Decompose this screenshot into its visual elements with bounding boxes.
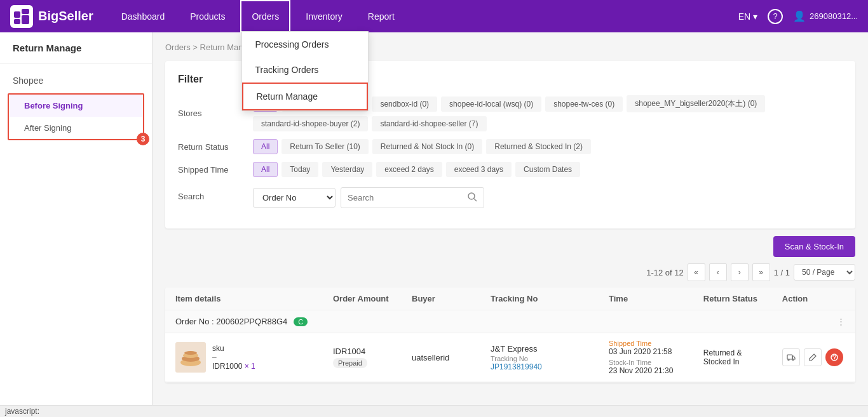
svg-rect-3 xyxy=(14,19,20,24)
shipped-time-filter-row: Shipped Time All Today Yesterday exceed … xyxy=(178,162,843,177)
support-button[interactable] xyxy=(825,348,843,366)
status-returned-not-stocked[interactable]: Returned & Not Stock In (0) xyxy=(372,139,482,154)
dropdown-return-manage[interactable]: Return Manage xyxy=(242,83,368,110)
return-status-value: Returned & Stocked In xyxy=(703,348,782,366)
nav-products[interactable]: Products xyxy=(180,0,235,32)
buyer-cell: uatsellerid xyxy=(412,353,491,362)
pagination-info: 1-12 of 12 xyxy=(646,268,684,277)
store-sendbox[interactable]: sendbox-id (0) xyxy=(372,96,437,112)
time-today[interactable]: Today xyxy=(281,162,318,177)
search-row: Order No Tracking No SKU xyxy=(253,187,484,208)
svg-point-14 xyxy=(834,359,834,360)
sidebar: Return Manage Shopee Before Signing Afte… xyxy=(0,32,153,417)
item-sku: sku xyxy=(212,344,255,353)
svg-line-5 xyxy=(474,199,477,201)
step-3-badge: 3 xyxy=(137,133,149,145)
nav-orders[interactable]: Orders Processing Orders Tracking Orders… xyxy=(240,0,290,32)
first-page-button[interactable]: « xyxy=(688,263,705,281)
store-standard-seller[interactable]: standard-id-shopee-seller (7) xyxy=(372,116,486,131)
sidebar-section: Shopee Before Signing After Signing 3 xyxy=(0,64,152,149)
nav-dashboard[interactable]: Dashboard xyxy=(111,0,175,32)
stockin-time-label: Stock-In Time xyxy=(609,359,703,366)
sidebar-children: Before Signing After Signing 3 xyxy=(8,93,144,140)
per-page-select[interactable]: 50 / Page 100 / Page xyxy=(794,264,855,281)
th-order-amount: Order Amount xyxy=(333,294,412,303)
actions-row: Scan & Stock-In xyxy=(165,236,855,257)
time-exceed-3-days[interactable]: exceed 3 days xyxy=(446,162,512,177)
time-cell: Shipped Time 03 Jun 2020 21:58 Stock-In … xyxy=(609,340,703,375)
scan-stock-in-button[interactable]: Scan & Stock-In xyxy=(773,236,855,257)
svg-point-11 xyxy=(788,359,789,361)
breadcrumb-orders: Orders xyxy=(165,43,191,52)
search-type-select[interactable]: Order No Tracking No SKU xyxy=(253,188,336,208)
store-standard-buyer[interactable]: standard-id-shopee-buyer (2) xyxy=(253,116,368,131)
status-bar: javascript: xyxy=(153,405,868,417)
user-icon: 👤 xyxy=(793,10,806,22)
status-returned-stocked[interactable]: Returned & Stocked In (2) xyxy=(486,139,591,154)
item-price: IDR1000 × 1 xyxy=(212,362,255,371)
search-button[interactable] xyxy=(461,188,484,208)
truck-icon-button[interactable] xyxy=(782,348,800,366)
svg-rect-2 xyxy=(22,15,29,24)
next-page-button[interactable]: › xyxy=(731,263,749,281)
payment-type: Prepaid xyxy=(333,358,367,368)
time-all[interactable]: All xyxy=(253,162,278,177)
store-shopee-tw-ces[interactable]: shopee-tw-ces (0) xyxy=(545,96,623,112)
sidebar-item-shopee[interactable]: Shopee xyxy=(0,70,152,91)
shipped-time-label: Shipped Time xyxy=(178,165,248,175)
page-layout: Return Manage Shopee Before Signing Afte… xyxy=(0,32,868,417)
th-tracking-no: Tracking No xyxy=(491,294,609,303)
item-dash: – xyxy=(212,353,255,362)
store-shopee-my[interactable]: shopee_MY_bigseller2020(本土) (0) xyxy=(627,95,765,112)
tracking-number[interactable]: JP1913819940 xyxy=(491,362,609,371)
carrier-name: J&T Express xyxy=(491,344,609,354)
dropdown-processing-orders[interactable]: Processing Orders xyxy=(242,32,368,57)
shipped-time-options: All Today Yesterday exceed 2 days exceed… xyxy=(253,162,580,177)
th-item-details: Item details xyxy=(175,294,333,303)
search-input-wrap xyxy=(341,187,484,208)
item-details-cell: sku – IDR1000 × 1 xyxy=(175,342,333,373)
item-info: sku – IDR1000 × 1 xyxy=(212,344,255,371)
last-page-button[interactable]: » xyxy=(752,263,770,281)
th-action: Action xyxy=(782,294,845,303)
topnav: BigSeller Dashboard Products Orders Proc… xyxy=(0,0,868,32)
user-area[interactable]: 👤 269080312... xyxy=(793,10,858,22)
dropdown-tracking-orders[interactable]: Tracking Orders xyxy=(242,57,368,83)
logo-text: BigSeller xyxy=(38,9,93,23)
sidebar-item-after-signing[interactable]: After Signing xyxy=(9,117,143,139)
search-input[interactable] xyxy=(341,189,461,206)
language-selector[interactable]: EN ▾ xyxy=(738,11,757,22)
store-shopee-id-local[interactable]: shopee-id-local (wsq) (0) xyxy=(441,96,541,112)
time-yesterday[interactable]: Yesterday xyxy=(322,162,372,177)
status-return-to-seller[interactable]: Return To Seller (10) xyxy=(281,139,369,154)
table-header: Item details Order Amount Buyer Tracking… xyxy=(165,288,855,310)
sidebar-item-before-signing[interactable]: Before Signing xyxy=(9,95,143,117)
time-custom-dates[interactable]: Custom Dates xyxy=(515,162,580,177)
action-cell xyxy=(782,348,845,366)
table-row: sku – IDR1000 × 1 IDR1004 Prepaid xyxy=(165,333,855,382)
order-header: Order No : 200602PPQR88G4 C ⋮ xyxy=(165,310,855,333)
pagination-row: 1-12 of 12 « ‹ › » 1 / 1 50 / Page 100 /… xyxy=(165,263,855,281)
tracking-label: Tracking No xyxy=(491,355,609,362)
svg-rect-0 xyxy=(14,11,20,18)
logo-area: BigSeller xyxy=(10,5,93,28)
tracking-cell: J&T Express Tracking No JP1913819940 xyxy=(491,344,609,371)
nav-report[interactable]: Report xyxy=(358,0,405,32)
orders-dropdown: Processing Orders Tracking Orders Return… xyxy=(241,31,369,111)
shipped-time-value: 03 Jun 2020 21:58 xyxy=(609,347,703,356)
status-all[interactable]: All xyxy=(253,139,278,154)
return-status-filter-row: Return Status All Return To Seller (10) … xyxy=(178,139,843,154)
svg-point-4 xyxy=(468,193,475,199)
prev-page-button[interactable]: ‹ xyxy=(709,263,727,281)
search-filter-row: Search Order No Tracking No SKU xyxy=(178,185,843,208)
time-exceed-2-days[interactable]: exceed 2 days xyxy=(376,162,442,177)
shipped-time-label: Shipped Time xyxy=(609,340,703,347)
order-amount: IDR1004 xyxy=(333,347,412,356)
sidebar-title: Return Manage xyxy=(0,32,152,64)
edit-icon-button[interactable] xyxy=(804,348,822,366)
order-more-icon[interactable]: ⋮ xyxy=(837,317,845,326)
search-label: Search xyxy=(178,192,248,201)
nav-inventory[interactable]: Inventory xyxy=(295,0,353,32)
th-buyer: Buyer xyxy=(412,294,491,303)
help-icon[interactable]: ? xyxy=(768,9,783,24)
